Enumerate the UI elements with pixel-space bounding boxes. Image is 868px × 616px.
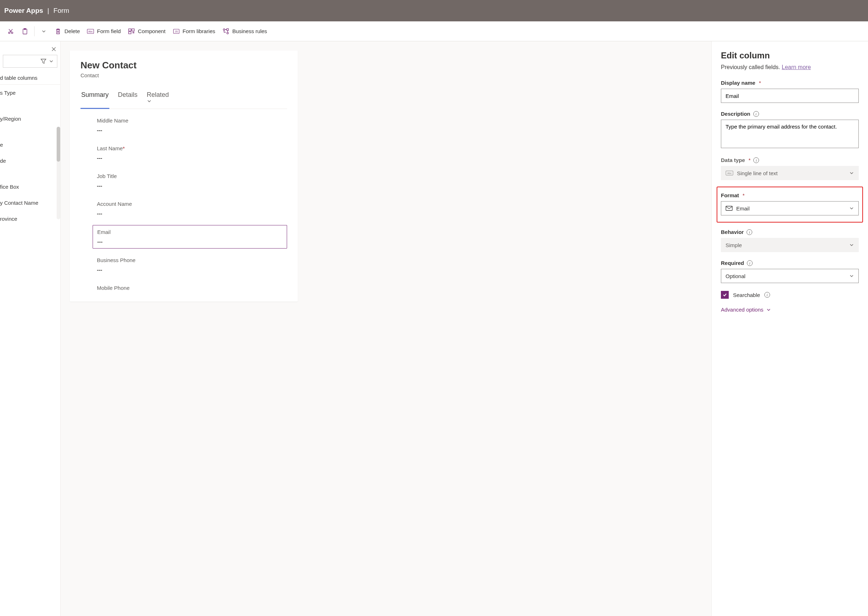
field-mobile-phone[interactable]: Mobile Phone xyxy=(93,281,287,291)
column-item[interactable]: de xyxy=(0,153,60,169)
chevron-down-icon xyxy=(147,99,171,104)
svg-text:JS: JS xyxy=(175,30,178,33)
tab-related[interactable]: Related xyxy=(146,88,172,108)
form-field-button[interactable]: Abc Form field xyxy=(83,26,124,36)
table-columns-pane: d table columns s Type y/Region e de fic… xyxy=(0,41,61,616)
toolbar-divider xyxy=(34,26,35,36)
format-value: Email xyxy=(736,206,750,212)
chevron-down-icon xyxy=(849,171,854,176)
form-title: New Contact xyxy=(80,60,287,71)
component-button[interactable]: Component xyxy=(124,26,169,36)
field-job-title[interactable]: Job Title --- xyxy=(93,170,287,192)
data-type-value: Single line of text xyxy=(737,170,778,176)
form-field-label: Form field xyxy=(97,28,121,34)
svg-point-1 xyxy=(11,32,13,33)
required-select[interactable]: Optional xyxy=(721,269,859,283)
business-rules-button[interactable]: Business rules xyxy=(219,26,271,37)
section-title: d table columns xyxy=(0,71,60,85)
more-button[interactable] xyxy=(37,27,51,36)
field-value: --- xyxy=(97,127,283,133)
field-label: Job Title xyxy=(97,173,283,179)
column-item[interactable]: fice Box xyxy=(0,179,60,195)
panel-title: Edit column xyxy=(721,50,859,61)
svg-rect-7 xyxy=(132,29,134,31)
svg-point-0 xyxy=(9,32,10,33)
filter-box[interactable] xyxy=(3,55,57,68)
trash-icon xyxy=(55,28,61,35)
form-libraries-button[interactable]: JS Form libraries xyxy=(169,26,219,36)
description-label: Description xyxy=(721,111,750,117)
format-select[interactable]: Email xyxy=(721,201,859,215)
chevron-down-icon xyxy=(849,273,854,278)
column-item[interactable]: rovince xyxy=(0,211,60,227)
component-icon xyxy=(128,28,135,34)
column-item[interactable]: y Contact Name xyxy=(0,195,60,211)
column-item[interactable]: y/Region xyxy=(0,111,60,127)
scrollbar-thumb[interactable] xyxy=(57,127,60,162)
field-label: Account Name xyxy=(97,201,283,207)
searchable-row[interactable]: Searchable i xyxy=(721,291,859,299)
info-icon[interactable]: i xyxy=(753,111,759,117)
business-rules-label: Business rules xyxy=(232,28,267,34)
checkbox-checked-icon[interactable] xyxy=(721,291,729,299)
required-label: Required xyxy=(721,260,744,266)
clipboard-icon xyxy=(21,28,28,35)
flow-icon xyxy=(222,28,230,35)
edit-column-panel: Edit column Previously called fields. Le… xyxy=(711,41,868,616)
svg-rect-13 xyxy=(227,28,229,30)
component-label: Component xyxy=(138,28,166,34)
chevron-down-icon xyxy=(849,242,854,247)
field-value: --- xyxy=(97,183,283,189)
chevron-down-icon xyxy=(40,29,47,34)
cut-button[interactable] xyxy=(3,26,18,36)
svg-point-12 xyxy=(227,32,229,34)
column-item[interactable] xyxy=(0,101,60,111)
field-email[interactable]: Email --- xyxy=(93,225,287,248)
column-item[interactable]: e xyxy=(0,137,60,153)
field-label: Email xyxy=(97,229,283,235)
info-icon[interactable]: i xyxy=(747,229,752,235)
field-middle-name[interactable]: Middle Name --- xyxy=(93,114,287,137)
delete-button[interactable]: Delete xyxy=(51,26,83,37)
scissors-icon xyxy=(7,28,14,34)
close-pane-button[interactable] xyxy=(51,46,57,52)
field-value: --- xyxy=(97,155,283,161)
info-icon[interactable]: i xyxy=(764,292,770,298)
tab-related-label: Related xyxy=(147,91,169,98)
filter-icon xyxy=(41,59,46,64)
learn-more-link[interactable]: Learn more xyxy=(782,64,811,70)
paste-button[interactable] xyxy=(18,26,32,37)
tab-details[interactable]: Details xyxy=(117,88,138,108)
panel-subtext: Previously called fields. Learn more xyxy=(721,64,859,71)
abc-icon: Abc xyxy=(725,171,733,176)
behavior-label: Behavior xyxy=(721,229,744,235)
column-item[interactable] xyxy=(0,169,60,179)
tab-summary[interactable]: Summary xyxy=(80,88,109,108)
data-type-label: Data type xyxy=(721,157,745,163)
form-card: New Contact Contact Summary Details Rela… xyxy=(70,50,298,302)
advanced-label: Advanced options xyxy=(721,306,763,313)
behavior-value: Simple xyxy=(725,242,742,248)
svg-rect-16 xyxy=(726,206,732,211)
behavior-group: Behaviori Simple xyxy=(721,229,859,252)
advanced-options-toggle[interactable]: Advanced options xyxy=(721,306,859,313)
info-icon[interactable]: i xyxy=(747,260,753,266)
scrollbar-track xyxy=(57,127,60,219)
toolbar: Delete Abc Form field Component JS Form … xyxy=(0,21,868,41)
description-group: Descriptioni xyxy=(721,111,859,149)
delete-label: Delete xyxy=(64,28,80,34)
field-label: Middle Name xyxy=(97,118,283,124)
column-item[interactable]: s Type xyxy=(0,85,60,101)
form-tabs: Summary Details Related xyxy=(80,88,287,109)
field-label: Mobile Phone xyxy=(97,285,283,291)
field-business-phone[interactable]: Business Phone --- xyxy=(93,253,287,276)
column-item[interactable] xyxy=(0,127,60,137)
info-icon[interactable]: i xyxy=(753,157,759,163)
description-input[interactable] xyxy=(721,119,859,148)
svg-point-11 xyxy=(223,28,225,30)
form-canvas: New Contact Contact Summary Details Rela… xyxy=(61,41,711,616)
field-last-name[interactable]: Last Name* --- xyxy=(93,142,287,165)
display-name-input[interactable] xyxy=(721,89,859,103)
svg-text:Abc: Abc xyxy=(88,30,93,33)
field-account-name[interactable]: Account Name --- xyxy=(93,197,287,220)
